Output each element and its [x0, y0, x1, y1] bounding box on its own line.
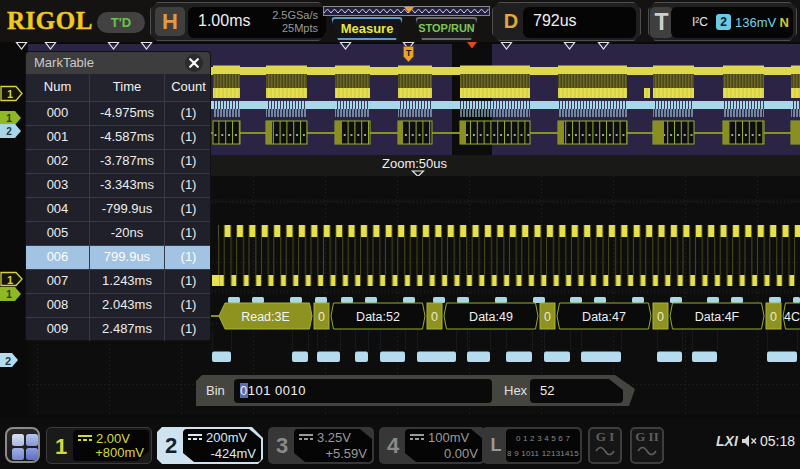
svg-text:Data:47: Data:47 — [582, 310, 626, 324]
svg-text:1: 1 — [7, 88, 13, 100]
svg-text:1: 1 — [7, 274, 13, 286]
svg-text:Data:49: Data:49 — [469, 310, 513, 324]
svg-text:1: 1 — [6, 113, 12, 124]
svg-text:0: 0 — [431, 310, 438, 324]
svg-text:2: 2 — [6, 126, 12, 137]
svg-text:0: 0 — [770, 310, 777, 324]
svg-text:0: 0 — [544, 310, 551, 324]
svg-text:1: 1 — [6, 289, 12, 300]
svg-text:0: 0 — [657, 310, 664, 324]
svg-text:4C: 4C — [784, 310, 800, 324]
svg-text:0: 0 — [318, 310, 325, 324]
svg-text:T: T — [406, 48, 412, 58]
svg-text:Data:52: Data:52 — [356, 310, 400, 324]
svg-text:2: 2 — [5, 355, 11, 367]
svg-text:Read:3E: Read:3E — [241, 310, 290, 324]
svg-text:Data:4F: Data:4F — [695, 310, 740, 324]
